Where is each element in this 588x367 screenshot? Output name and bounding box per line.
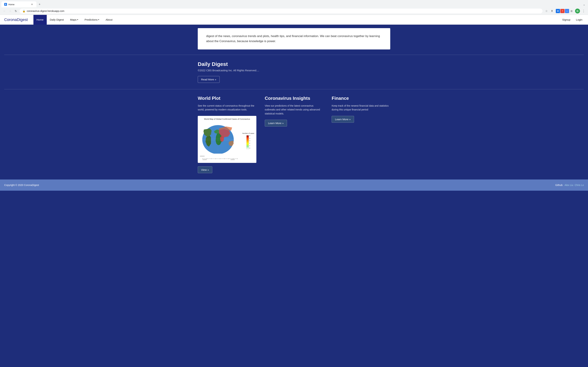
- map-date-label: 3/28/20: [200, 155, 240, 157]
- nav-buttons: ← → ↻: [2, 8, 18, 13]
- new-tab-button[interactable]: +: [37, 2, 42, 7]
- hero-section: digest of the news, coronavirus trends a…: [0, 25, 588, 55]
- legend-value-5: 5: [249, 135, 250, 136]
- daily-digest-subtitle: ©2022 CBS Broadcasting Inc. All Rights R…: [198, 69, 390, 72]
- hero-text: digest of the news, coronavirus trends a…: [206, 34, 382, 44]
- finance-description: Keep track of the newest financial data …: [332, 104, 390, 112]
- legend-value-0: 0: [249, 147, 250, 149]
- predictions-dropdown-arrow: ▾: [98, 18, 99, 21]
- footer: Copyright © 2020 CoronaDigest Github: Al…: [0, 179, 588, 191]
- legend-labels: 5 4 3 2 1 0: [249, 135, 250, 149]
- tab-favicon: B: [4, 3, 7, 6]
- legend-color-bar: [246, 135, 249, 149]
- globe-svg: [200, 121, 240, 154]
- map-timeline: 1/22/20 3/25/20: [200, 157, 240, 161]
- bookmark-button[interactable]: ☆: [544, 8, 549, 13]
- daily-digest-inner: Daily Digest ©2022 CBS Broadcasting Inc.…: [198, 61, 390, 83]
- map-legend: Number of cases 5 4 3 2 1 0: [242, 133, 254, 150]
- svg-text:3/25/20: 3/25/20: [231, 159, 234, 160]
- forward-button[interactable]: →: [8, 8, 13, 13]
- tab-close-button[interactable]: ✕: [30, 3, 34, 6]
- nav-daily-digest[interactable]: Daily Digest: [47, 15, 67, 25]
- daily-digest-section: Daily Digest ©2022 CBS Broadcasting Inc.…: [0, 55, 588, 89]
- finance-title: Finance: [332, 96, 390, 101]
- back-button[interactable]: ←: [2, 8, 7, 13]
- chrome-menu-button[interactable]: ⋮: [581, 8, 586, 14]
- author-alex-liu-link[interactable]: Alex Liu: [564, 184, 573, 186]
- insights-title: Coronavirus Insights: [265, 96, 323, 101]
- map-body: 3/28/20 1/22/20 3/25/20: [200, 121, 254, 161]
- read-more-button[interactable]: Read More »: [198, 76, 220, 83]
- map-title: World Map of Global Confirmed Cases of C…: [200, 118, 254, 120]
- address-bar: ← → ↻ 🔒 coronavirus-digest.herokuapp.com…: [0, 7, 588, 15]
- lock-icon: 🔒: [22, 10, 25, 12]
- svg-text:1/22/20: 1/22/20: [202, 159, 207, 160]
- maps-dropdown-arrow: ▾: [77, 18, 78, 21]
- author-chris-lo-link[interactable]: Chris Lo: [575, 184, 584, 186]
- ext-icon-3[interactable]: ◇: [565, 9, 569, 13]
- insights-learn-more-button[interactable]: Learn More »: [265, 120, 287, 126]
- ext-icon-1[interactable]: M: [556, 9, 560, 13]
- brand-logo[interactable]: CoronaDigest: [4, 17, 28, 22]
- finance-learn-more-button[interactable]: Learn More »: [332, 116, 354, 123]
- login-link[interactable]: Login: [575, 17, 584, 23]
- footer-copyright: Copyright © 2020 CoronaDigest: [4, 184, 39, 186]
- active-tab[interactable]: B Home ✕: [1, 1, 36, 7]
- url-text: coronavirus-digest.herokuapp.com: [27, 10, 64, 12]
- extension-icons: M T ◇ ⊞: [556, 9, 574, 13]
- share-button[interactable]: ⬆: [550, 8, 554, 13]
- legend-title: Number of cases: [242, 133, 254, 134]
- nav-about[interactable]: About: [102, 15, 115, 25]
- three-col-section: World Plot See the current status of cor…: [0, 89, 588, 179]
- insights-description: View our predictions of the latest coron…: [265, 104, 323, 116]
- browser-chrome: B Home ✕ + ⌄ ← → ↻ 🔒 coronavirus-digest.…: [0, 0, 588, 15]
- hero-card: digest of the news, coronavirus trends a…: [198, 28, 390, 50]
- github-label: Github:: [555, 184, 563, 186]
- legend-value-3: 3: [249, 140, 250, 142]
- footer-github: Github: Alex Liu Chris Lo: [555, 184, 584, 186]
- ext-icon-4[interactable]: ⊞: [570, 9, 574, 13]
- map-globe: 3/28/20 1/22/20 3/25/20: [200, 121, 240, 161]
- daily-digest-title: Daily Digest: [198, 61, 390, 67]
- profile-icon[interactable]: G: [575, 8, 580, 13]
- browser-actions: ☆ ⬆: [544, 8, 554, 13]
- world-map-container: World Map of Global Confirmed Cases of C…: [198, 116, 256, 163]
- world-plot-title: World Plot: [198, 96, 256, 101]
- tab-bar: B Home ✕ + ⌄: [0, 0, 588, 7]
- ext-icon-2[interactable]: T: [560, 9, 564, 13]
- tab-title: Home: [9, 3, 29, 6]
- legend-value-1: 1: [249, 145, 250, 146]
- three-col-inner: World Plot See the current status of cor…: [198, 96, 390, 173]
- navbar: CoronaDigest Home Daily Digest Maps ▾ Pr…: [0, 15, 588, 25]
- url-bar[interactable]: 🔒 coronavirus-digest.herokuapp.com: [20, 8, 543, 13]
- legend-value-4: 4: [249, 138, 250, 139]
- window-controls: ⌄: [583, 3, 587, 6]
- nav-maps[interactable]: Maps ▾: [67, 15, 82, 25]
- insights-col: Coronavirus Insights View our prediction…: [265, 96, 323, 173]
- finance-col: Finance Keep track of the newest financi…: [332, 96, 390, 173]
- nav-home[interactable]: Home: [34, 15, 47, 25]
- view-button[interactable]: View »: [198, 166, 212, 173]
- nav-links: Home Daily Digest Maps ▾ Predictions ▾ A…: [34, 15, 561, 25]
- world-plot-description: See the current status of coronavirus th…: [198, 104, 256, 112]
- nav-right: Signup Login: [561, 17, 584, 23]
- world-plot-col: World Plot See the current status of cor…: [198, 96, 256, 173]
- signup-link[interactable]: Signup: [561, 17, 572, 23]
- nav-predictions[interactable]: Predictions ▾: [81, 15, 102, 25]
- reload-button[interactable]: ↻: [13, 8, 18, 13]
- legend-value-2: 2: [249, 142, 250, 144]
